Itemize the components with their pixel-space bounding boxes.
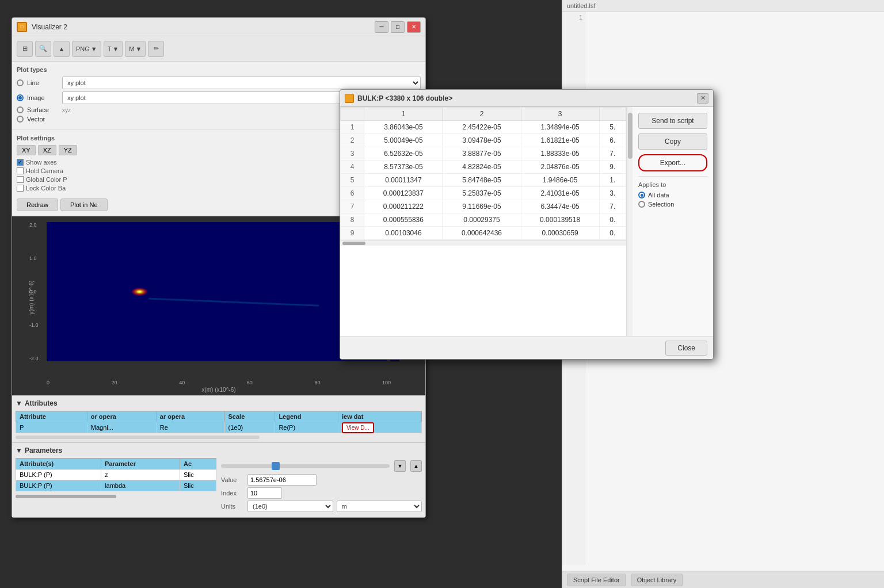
png-dropdown-icon: ▼ bbox=[91, 45, 97, 52]
visualizer-titlebar: □ Visualizer 2 ─ □ ✕ bbox=[12, 18, 425, 36]
attr-col-scale: Scale bbox=[224, 411, 275, 422]
dialog-right-panel: Send to script Copy Export... Applies to… bbox=[632, 107, 713, 336]
triangle-button[interactable]: ▲ bbox=[54, 41, 70, 57]
surface-dropdown-label: xyz bbox=[62, 107, 71, 113]
x-tick-4: 60 bbox=[247, 380, 253, 385]
row-num-8: 8 bbox=[341, 213, 364, 227]
data-cell-2-1: 5.00049e-05 bbox=[364, 134, 443, 147]
png-button[interactable]: PNG ▼ bbox=[72, 41, 101, 57]
dialog-title: BULK:P <3380 x 106 double> bbox=[357, 94, 697, 102]
parameters-panel: ▼ Parameters Attribute(s) Parameter Ac bbox=[12, 442, 425, 517]
parameters-title: Parameters bbox=[25, 446, 62, 455]
surface-radio[interactable] bbox=[17, 106, 24, 113]
value-input[interactable] bbox=[247, 474, 317, 486]
view-data-button[interactable]: View D... bbox=[342, 422, 374, 433]
heatmap-svg bbox=[47, 222, 387, 361]
slider-row: ▼ ▲ bbox=[221, 460, 422, 472]
param-cell-attr-2: BULK:P (P) bbox=[16, 480, 101, 491]
pencil-button[interactable]: ✏ bbox=[148, 41, 164, 57]
redraw-button[interactable]: Redraw bbox=[17, 198, 58, 211]
x-axis-label: x(m) (x10^-6) bbox=[12, 387, 425, 395]
slider-down-button[interactable]: ▼ bbox=[394, 460, 406, 472]
zoom-fit-button[interactable]: ⊞ bbox=[17, 41, 33, 57]
scroll-thumb[interactable] bbox=[342, 242, 365, 245]
data-cell-3-1: 6.52632e-05 bbox=[364, 147, 443, 161]
yz-axis-button[interactable]: YZ bbox=[59, 145, 77, 155]
m-dropdown-icon: ▼ bbox=[136, 45, 142, 52]
row-num-7: 7 bbox=[341, 200, 364, 213]
hold-camera-checkbox[interactable] bbox=[17, 167, 24, 174]
row-num-3: 3 bbox=[341, 147, 364, 161]
slider-thumb[interactable] bbox=[272, 462, 280, 470]
attr-cell-view-data[interactable]: View D... bbox=[338, 422, 422, 433]
hold-camera-label: Hold Camera bbox=[26, 167, 63, 174]
xy-axis-button[interactable]: XY bbox=[17, 145, 36, 155]
y-axis-ticks: 2.0 1.0 0.0 -1.0 -2.0 bbox=[29, 222, 39, 361]
data-cell-9-4: 0. bbox=[599, 227, 626, 240]
y-tick-1: 2.0 bbox=[29, 222, 39, 228]
parameters-triangle-icon: ▼ bbox=[16, 446, 22, 455]
param-col-action: Ac bbox=[180, 459, 216, 469]
x-tick-6: 100 bbox=[382, 380, 391, 385]
plot-in-button[interactable]: Plot in Ne bbox=[60, 198, 108, 211]
copy-button[interactable]: Copy bbox=[638, 133, 707, 150]
data-cell-8-4: 0. bbox=[599, 213, 626, 227]
param-scrollbar[interactable] bbox=[16, 495, 116, 498]
table-row[interactable]: P Magni... Re (1e0) Re(P) View D... bbox=[16, 422, 422, 433]
data-cell-1-1: 3.86043e-05 bbox=[364, 121, 443, 134]
attributes-scrollbar[interactable] bbox=[16, 436, 260, 439]
data-col-1: 1 bbox=[364, 108, 443, 121]
text-button[interactable]: T ▼ bbox=[104, 41, 123, 57]
tab-script-file-editor[interactable]: Script File Editor bbox=[567, 574, 626, 586]
attr-col-ar-opera: ar opera bbox=[156, 411, 224, 422]
data-cell-6-3: 2.41031e-05 bbox=[521, 187, 599, 200]
table-row: 4 8.57373e-05 4.82824e-05 2.04876e-05 9. bbox=[341, 161, 626, 174]
units-scale-dropdown[interactable]: (1e0) bbox=[247, 501, 333, 512]
table-row: 9 0.00103046 0.000642436 0.00030659 0. bbox=[341, 227, 626, 240]
data-cell-3-3: 1.88333e-05 bbox=[521, 147, 599, 161]
slider-up-button[interactable]: ▲ bbox=[410, 460, 422, 472]
horizontal-scrollbar[interactable] bbox=[340, 240, 626, 246]
line-number-1: 1 bbox=[579, 14, 582, 21]
lock-color-label: Lock Color Ba bbox=[26, 185, 66, 192]
maximize-button[interactable]: □ bbox=[391, 21, 405, 33]
export-button[interactable]: Export... bbox=[638, 154, 707, 171]
tab-object-library[interactable]: Object Library bbox=[631, 574, 683, 586]
lock-color-checkbox[interactable] bbox=[17, 185, 24, 192]
dialog-close-button[interactable]: ✕ bbox=[697, 93, 708, 104]
vertical-scrollbar[interactable] bbox=[627, 107, 632, 336]
slider-track[interactable] bbox=[221, 464, 390, 468]
table-row[interactable]: BULK:P (P) z Slic bbox=[16, 469, 216, 480]
script-bottom-tabs: Script File Editor Object Library bbox=[562, 571, 884, 588]
param-table-area: Attribute(s) Parameter Ac BULK:P (P) z S… bbox=[16, 458, 216, 514]
y-tick-5: -2.0 bbox=[29, 356, 39, 361]
zoom-button[interactable]: 🔍 bbox=[35, 41, 51, 57]
selection-radio[interactable] bbox=[638, 201, 645, 208]
minimize-button[interactable]: ─ bbox=[375, 21, 388, 33]
dialog-titlebar: BULK:P <3380 x 106 double> ✕ bbox=[340, 90, 713, 107]
image-radio[interactable] bbox=[17, 94, 24, 101]
image-radio-dot bbox=[18, 96, 22, 100]
x-tick-2: 20 bbox=[112, 380, 117, 385]
surface-label: Surface bbox=[27, 106, 59, 113]
close-window-button[interactable]: ✕ bbox=[407, 21, 421, 33]
m-button[interactable]: M ▼ bbox=[125, 41, 146, 57]
data-cell-7-4: 7. bbox=[599, 200, 626, 213]
units-unit-dropdown[interactable]: m bbox=[337, 501, 422, 512]
all-data-radio[interactable] bbox=[638, 192, 645, 198]
vector-radio[interactable] bbox=[17, 116, 24, 123]
png-label: PNG bbox=[76, 45, 90, 52]
xz-axis-button[interactable]: XZ bbox=[38, 145, 56, 155]
line-radio[interactable] bbox=[17, 79, 24, 86]
index-row: Index bbox=[221, 487, 422, 499]
send-to-script-button[interactable]: Send to script bbox=[638, 113, 707, 129]
data-cell-8-3: 0.000139518 bbox=[521, 213, 599, 227]
table-row[interactable]: BULK:P (P) lambda Slic bbox=[16, 480, 216, 491]
index-input[interactable] bbox=[247, 487, 282, 499]
global-color-checkbox[interactable] bbox=[17, 176, 24, 183]
line-dropdown[interactable]: xy plot bbox=[62, 77, 421, 89]
show-axes-checkbox[interactable]: ✓ bbox=[17, 159, 24, 166]
dialog-close-footer-button[interactable]: Close bbox=[665, 341, 707, 356]
visualizer-icon: □ bbox=[17, 22, 27, 32]
scrollbar-thumb[interactable] bbox=[628, 113, 632, 159]
